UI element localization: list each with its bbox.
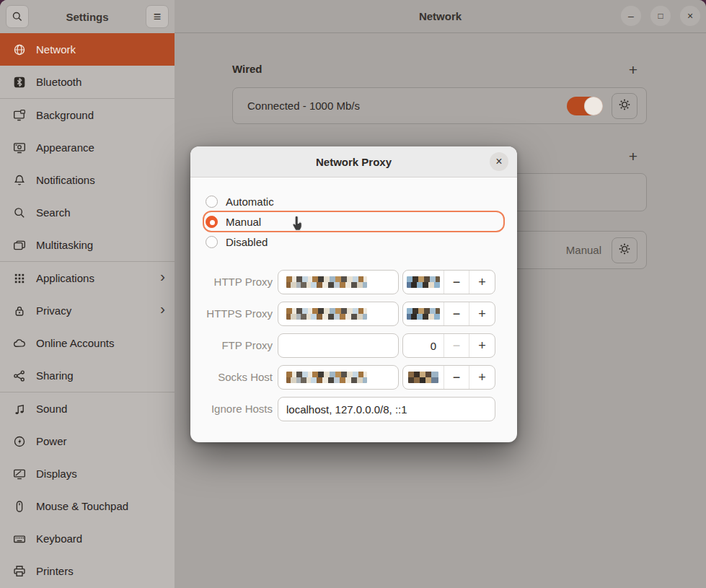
sidebar-item-label: Appearance [36, 141, 94, 154]
mouse-icon [13, 500, 26, 513]
proxy-mode-value: Manual [566, 244, 601, 256]
sidebar-item-label: Keyboard [36, 532, 82, 545]
redacted-host-value [286, 308, 367, 320]
http-port-increment-button[interactable]: + [469, 271, 495, 294]
share-icon [13, 369, 26, 382]
close-button[interactable]: × [680, 6, 700, 26]
plus-icon: + [629, 149, 637, 164]
sidebar-item-label: Sound [36, 403, 67, 415]
https-proxy-label: HTTPS Proxy [190, 302, 273, 326]
ftp-port-increment-button[interactable]: + [469, 334, 495, 357]
minus-icon: − [453, 370, 461, 385]
redacted-port-value [408, 372, 438, 383]
socks-host-label: Socks Host [190, 365, 273, 390]
add-vpn-button[interactable]: + [625, 147, 642, 164]
http-port-spinner: − + [402, 270, 495, 294]
plus-icon: + [478, 307, 486, 322]
page-title: Network [419, 10, 462, 22]
radio-label: Disabled [226, 236, 268, 248]
minus-icon: − [453, 307, 461, 322]
toggle-knob [584, 97, 603, 115]
sidebar-item-mouse-touchpad[interactable]: Mouse & Touchpad [0, 490, 175, 522]
music-note-icon [13, 403, 26, 416]
socks-port-value[interactable] [403, 366, 444, 389]
globe-icon [13, 43, 26, 56]
printer-icon [13, 565, 26, 578]
sidebar-item-online-accounts[interactable]: Online Accounts [0, 327, 175, 359]
sidebar-item-keyboard[interactable]: Keyboard [0, 522, 175, 555]
sidebar-item-label: Online Accounts [36, 337, 114, 349]
ignore-hosts-input[interactable]: localhost, 127.0.0.0/8, ::1 [278, 397, 495, 421]
radio-icon [206, 236, 218, 248]
sidebar: Settings ≡ Network Bluetooth Background … [0, 0, 175, 588]
ignore-hosts-label: Ignore Hosts [190, 397, 273, 421]
power-icon [13, 435, 26, 448]
ftp-proxy-input[interactable] [278, 333, 399, 358]
sidebar-item-sharing[interactable]: Sharing [0, 359, 175, 392]
sidebar-item-label: Multitasking [36, 239, 93, 251]
proxy-settings-button[interactable] [612, 237, 637, 263]
network-proxy-dialog: Network Proxy × Automatic Manual Disable… [190, 146, 517, 442]
sidebar-item-sound[interactable]: Sound [0, 392, 175, 425]
sidebar-item-network[interactable]: Network [0, 33, 175, 66]
search-button[interactable] [6, 5, 29, 28]
keyboard-icon [13, 532, 26, 545]
appearance-icon [13, 141, 26, 154]
socks-port-spinner: − + [402, 365, 495, 390]
background-icon [13, 109, 26, 122]
radio-option-manual[interactable]: Manual [206, 211, 261, 232]
sidebar-item-power[interactable]: Power [0, 425, 175, 457]
socks-port-increment-button[interactable]: + [469, 366, 495, 389]
wired-settings-button[interactable] [612, 93, 637, 119]
redacted-host-value [286, 372, 367, 383]
radio-option-automatic[interactable]: Automatic [206, 191, 274, 211]
sidebar-item-printers[interactable]: Printers [0, 555, 175, 587]
socks-port-decrement-button[interactable]: − [444, 366, 469, 389]
plus-icon: + [478, 370, 486, 385]
maximize-button[interactable]: □ [650, 6, 671, 26]
ftp-port-value[interactable]: 0 [403, 334, 444, 357]
search-icon [13, 206, 26, 219]
minimize-button[interactable]: – [621, 6, 641, 26]
sidebar-item-bluetooth[interactable]: Bluetooth [0, 66, 175, 98]
gear-icon [618, 242, 631, 258]
chevron-right-icon: › [160, 301, 165, 316]
ignore-hosts-value: localhost, 127.0.0.0/8, ::1 [286, 403, 407, 416]
minus-icon: − [453, 275, 461, 290]
chevron-right-icon: › [160, 268, 165, 284]
sidebar-title: Settings [66, 11, 108, 23]
sidebar-item-privacy[interactable]: Privacy › [0, 294, 175, 327]
sidebar-item-appearance[interactable]: Appearance [0, 131, 175, 164]
sidebar-item-multitasking[interactable]: Multitasking [0, 229, 175, 261]
https-port-decrement-button[interactable]: − [444, 302, 469, 325]
sidebar-list: Network Bluetooth Background Appearance … [0, 33, 175, 587]
sidebar-item-label: Power [36, 435, 67, 447]
apps-grid-icon [13, 272, 26, 285]
plus-icon: + [478, 338, 486, 354]
socks-host-input[interactable] [278, 365, 399, 390]
sidebar-header: Settings ≡ [0, 0, 175, 33]
radio-icon [206, 196, 218, 208]
maximize-icon: □ [658, 12, 663, 20]
menu-button[interactable]: ≡ [146, 5, 169, 28]
https-port-increment-button[interactable]: + [469, 302, 495, 325]
sidebar-item-background[interactable]: Background [0, 99, 175, 131]
radio-option-disabled[interactable]: Disabled [206, 232, 268, 252]
wired-toggle[interactable] [567, 97, 603, 115]
sidebar-item-notifications[interactable]: Notifications [0, 164, 175, 196]
ftp-port-decrement-button: − [444, 334, 469, 357]
http-proxy-input[interactable] [278, 270, 399, 294]
sidebar-item-search[interactable]: Search [0, 196, 175, 229]
http-port-value[interactable] [403, 271, 444, 294]
main-headerbar: Network – □ × [175, 0, 706, 33]
redacted-port-value [407, 276, 440, 288]
bell-icon [13, 174, 26, 187]
sidebar-item-applications[interactable]: Applications › [0, 262, 175, 294]
radio-label: Automatic [226, 196, 274, 208]
https-proxy-input[interactable] [278, 302, 399, 326]
http-port-decrement-button[interactable]: − [444, 271, 469, 294]
add-wired-connection-button[interactable]: + [625, 61, 642, 78]
https-port-value[interactable] [403, 302, 444, 325]
dialog-close-button[interactable]: × [490, 152, 508, 171]
sidebar-item-displays[interactable]: Displays [0, 457, 175, 490]
